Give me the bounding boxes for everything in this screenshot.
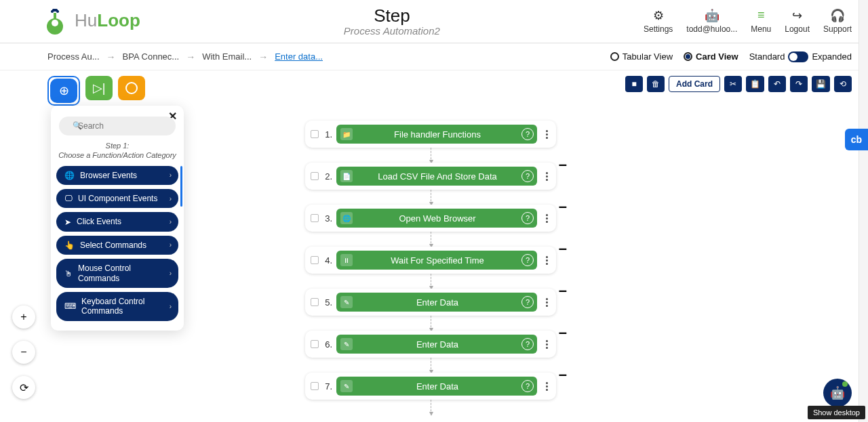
robot-icon: 🤖 bbox=[830, 385, 845, 400]
step-card[interactable]: 7. ✎ Enter Data ? bbox=[305, 373, 556, 400]
chat-assistant-button[interactable]: 🤖 bbox=[823, 379, 852, 407]
category-item[interactable]: 🌐 Browser Events › bbox=[56, 166, 178, 185]
step-menu-button[interactable] bbox=[542, 130, 551, 139]
zoom-in-button[interactable]: + bbox=[12, 305, 35, 329]
card-view-option[interactable]: Card View bbox=[684, 51, 738, 62]
undo-button[interactable]: ↶ bbox=[768, 76, 786, 92]
step-menu-button[interactable] bbox=[542, 382, 551, 391]
nav-label: Support bbox=[823, 24, 852, 34]
run-button[interactable]: ▷| bbox=[85, 76, 113, 100]
step-checkbox[interactable] bbox=[311, 298, 319, 306]
save-button[interactable]: 💾 bbox=[812, 76, 830, 92]
page-scrollbar[interactable] bbox=[859, 0, 868, 422]
nav-menu[interactable]: ≡ Menu bbox=[751, 8, 771, 34]
svg-point-4 bbox=[56, 10, 59, 13]
connector-arrow-icon bbox=[431, 274, 431, 289]
cut-button[interactable]: ✂ bbox=[724, 76, 742, 92]
category-item[interactable]: 🖱 Mouse Control Commands › bbox=[56, 259, 178, 288]
nav-support[interactable]: 🎧 Support bbox=[823, 8, 852, 34]
step-type-icon: ✎ bbox=[340, 296, 353, 308]
help-icon[interactable]: ? bbox=[521, 296, 534, 308]
redo-button[interactable]: ↷ bbox=[790, 76, 808, 92]
step-card[interactable]: 2. 📄 Load CSV File And Store Data ? bbox=[305, 163, 556, 190]
step-number: 1. bbox=[323, 129, 332, 140]
category-label: Browser Events bbox=[80, 171, 164, 180]
collapse-toggle[interactable]: – bbox=[559, 282, 567, 299]
nav-label: Settings bbox=[644, 24, 673, 34]
radio-filled-icon bbox=[684, 52, 692, 61]
step-menu-button[interactable] bbox=[542, 298, 551, 307]
step-checkbox[interactable] bbox=[311, 340, 319, 348]
step-checkbox[interactable] bbox=[311, 382, 319, 390]
step-menu-button[interactable] bbox=[542, 214, 551, 223]
step-card-row: – 5. ✎ Enter Data ? bbox=[305, 289, 556, 316]
breadcrumb-current[interactable]: Enter data... bbox=[275, 51, 323, 62]
paste-button[interactable]: 📋 bbox=[746, 76, 764, 92]
category-icon: 👆 bbox=[64, 240, 75, 250]
step-card[interactable]: 1. 📁 File handler Functions ? bbox=[305, 121, 556, 148]
help-icon[interactable]: ? bbox=[521, 170, 534, 182]
nav-settings[interactable]: ⚙ Settings bbox=[644, 8, 673, 34]
nav-user[interactable]: 🤖 todd@huloo... bbox=[686, 8, 737, 34]
chevron-right-icon: → bbox=[106, 51, 116, 62]
step-card[interactable]: 3. 🌐 Open Web Browser ? bbox=[305, 205, 556, 232]
gear-icon: ⚙ bbox=[653, 8, 664, 23]
collapse-toggle[interactable]: – bbox=[559, 366, 567, 383]
step-card[interactable]: 4. ⏸ Wait For Specified Time ? bbox=[305, 247, 556, 274]
step-checkbox[interactable] bbox=[311, 172, 319, 180]
breadcrumb-item[interactable]: With Email... bbox=[202, 51, 252, 62]
svg-rect-2 bbox=[54, 13, 56, 20]
collapse-toggle[interactable]: – bbox=[559, 198, 567, 215]
step-menu-button[interactable] bbox=[542, 256, 551, 265]
help-icon[interactable]: ? bbox=[521, 128, 534, 140]
connector-arrow-icon bbox=[431, 316, 431, 331]
step-menu-button[interactable] bbox=[542, 172, 551, 181]
collapse-toggle[interactable]: – bbox=[559, 156, 567, 173]
help-icon[interactable]: ? bbox=[521, 338, 534, 350]
add-card-button[interactable]: Add Card bbox=[669, 76, 720, 92]
step-label: Open Web Browser bbox=[357, 213, 518, 224]
refresh-button[interactable]: ⟲ bbox=[834, 76, 852, 92]
help-icon[interactable]: ? bbox=[521, 254, 534, 266]
collapse-toggle[interactable]: – bbox=[559, 240, 567, 257]
category-item[interactable]: 🖵 UI Component Events › bbox=[56, 189, 178, 208]
step-body: ✎ Enter Data ? bbox=[336, 293, 537, 312]
density-toggle[interactable]: Standard Expanded bbox=[749, 51, 852, 62]
category-item[interactable]: ⌨ Keyboard Control Commands › bbox=[56, 292, 178, 321]
zoom-reset-button[interactable]: ⟳ bbox=[12, 376, 35, 399]
step-checkbox[interactable] bbox=[311, 214, 319, 222]
category-icon: 🖵 bbox=[64, 194, 73, 203]
svg-point-1 bbox=[52, 20, 58, 26]
add-step-button[interactable]: ⊕ bbox=[47, 76, 80, 106]
step-checkbox[interactable] bbox=[311, 256, 319, 264]
record-icon bbox=[125, 82, 138, 94]
panel-scrollbar[interactable] bbox=[180, 166, 182, 207]
brand-logo[interactable]: HuLoop bbox=[41, 6, 140, 36]
breadcrumb-item[interactable]: BPA Connec... bbox=[123, 51, 180, 62]
stop-icon: ■ bbox=[631, 79, 636, 89]
delete-button[interactable]: 🗑 bbox=[647, 76, 665, 92]
zoom-out-button[interactable]: − bbox=[12, 341, 35, 364]
nav-logout[interactable]: ↪ Logout bbox=[785, 8, 810, 34]
step-card-row: 1. 📁 File handler Functions ? bbox=[305, 121, 556, 148]
collapse-toggle[interactable]: – bbox=[559, 324, 567, 341]
step-body: 📄 Load CSV File And Store Data ? bbox=[336, 167, 537, 186]
step-card[interactable]: 6. ✎ Enter Data ? bbox=[305, 331, 556, 358]
step-checkbox[interactable] bbox=[311, 130, 319, 138]
breadcrumb-item[interactable]: Process Au... bbox=[47, 51, 100, 62]
category-label: Mouse Control Commands bbox=[78, 263, 164, 283]
step-number: 6. bbox=[323, 339, 332, 350]
cb-side-tab[interactable]: cb bbox=[845, 129, 868, 150]
record-button[interactable] bbox=[118, 76, 145, 100]
step-card-row: – 4. ⏸ Wait For Specified Time ? bbox=[305, 247, 556, 274]
stop-button[interactable]: ■ bbox=[625, 76, 643, 92]
help-icon[interactable]: ? bbox=[521, 212, 534, 224]
step-card[interactable]: 5. ✎ Enter Data ? bbox=[305, 289, 556, 316]
step-menu-button[interactable] bbox=[542, 340, 551, 349]
user-icon: 🤖 bbox=[705, 8, 719, 23]
search-input[interactable] bbox=[59, 117, 176, 135]
tabular-view-option[interactable]: Tabular View bbox=[610, 51, 673, 62]
help-icon[interactable]: ? bbox=[521, 380, 534, 392]
category-item[interactable]: 👆 Select Commands › bbox=[56, 236, 178, 255]
category-item[interactable]: ➤ Click Events › bbox=[56, 212, 178, 231]
